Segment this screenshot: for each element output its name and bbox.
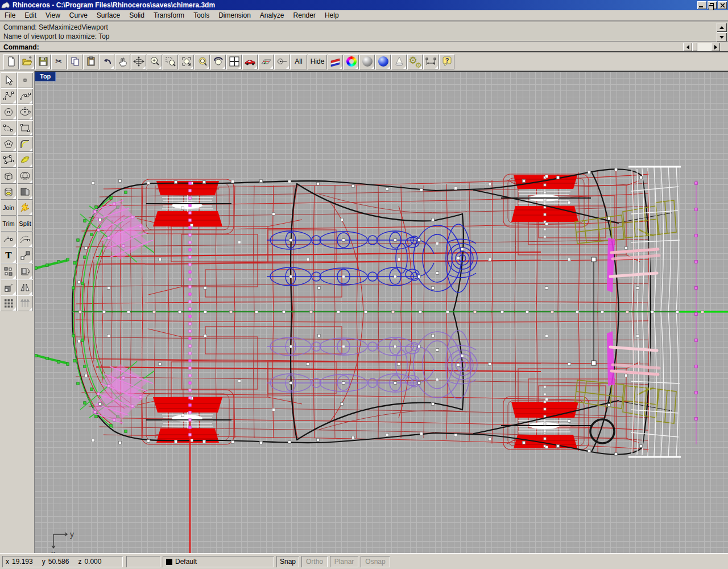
menu-render[interactable]: Render [289,10,320,20]
array-button[interactable] [1,295,16,311]
join-button[interactable]: Join [1,200,16,216]
split-button[interactable]: Split [17,216,33,232]
surface-button[interactable] [1,152,16,168]
command-history: Command: SetMaximizedViewport Name of vi… [0,22,728,42]
rotate-view-button[interactable] [131,54,146,69]
select-button[interactable] [1,72,16,88]
close-button[interactable] [718,1,727,9]
menu-view[interactable]: View [41,10,65,20]
cut-button[interactable]: ✂ [51,54,67,69]
scroll-down-button[interactable] [717,32,727,42]
hide-button[interactable]: Hide [308,54,327,69]
toggle-osnap[interactable]: Osnap [361,556,390,567]
sphere-icon [19,170,31,182]
offset-button[interactable] [17,232,33,248]
surface-points-icon [3,154,14,166]
box-button[interactable] [1,168,16,184]
toggle-ortho[interactable]: Ortho [301,556,328,567]
scrollbar-track[interactable] [697,43,711,51]
help-button[interactable]: ? [439,54,454,69]
minimize-button[interactable] [697,1,706,9]
undo-view-icon [213,56,224,67]
render-preview-button[interactable] [375,54,391,69]
render-button[interactable] [242,54,258,69]
explode-button[interactable] [17,200,33,216]
fillet-button[interactable] [17,136,33,152]
scroll-up-button[interactable] [717,23,727,32]
toggle-planar[interactable]: Planar [330,556,358,567]
menu-surface[interactable]: Surface [92,10,125,20]
save-button[interactable] [35,54,51,69]
zoom-window-button[interactable] [163,54,178,69]
layers-button[interactable] [328,54,343,69]
scroll-right-button[interactable] [711,43,720,51]
rectangle-icon [19,122,31,134]
color-button[interactable] [344,54,359,69]
arc-button[interactable] [1,120,16,136]
move-button[interactable] [17,248,33,263]
new-file-button[interactable] [3,54,19,69]
copy-button[interactable] [67,54,82,69]
dimension-button[interactable] [423,54,439,69]
menu-edit[interactable]: Edit [20,10,41,20]
polyline-button[interactable] [1,88,16,104]
scrollbar-thumb[interactable] [692,43,697,51]
menu-analyze[interactable]: Analyze [255,10,289,20]
shade-button[interactable] [359,54,375,69]
paste-button[interactable] [83,54,98,69]
mirror-button[interactable] [17,279,33,295]
polygon-button[interactable] [1,136,16,152]
zoom-extents-button[interactable] [195,54,210,69]
undo-view-button[interactable] [210,54,226,69]
menu-solid[interactable]: Solid [125,10,149,20]
passenger-figure [267,331,477,399]
cylinder-button[interactable] [1,184,16,200]
viewport-layout-button[interactable] [226,54,242,69]
menu-dimension[interactable]: Dimension [214,10,255,20]
pan-button[interactable] [115,54,130,69]
coord-y-label: y [42,558,46,566]
layer-panel[interactable]: Default [163,556,274,567]
copy-icon [69,56,81,67]
scale-button[interactable] [1,279,16,295]
driver-figure [267,224,477,292]
join-label: Join [3,204,14,211]
radius-button[interactable] [274,54,289,69]
rectangle-button[interactable] [17,120,33,136]
options-button[interactable]: ⚙⚙ [407,54,423,69]
menu-file[interactable]: File [0,10,20,20]
zoom-button[interactable] [147,54,162,69]
trim-button[interactable]: Trim [1,216,16,232]
point-button[interactable] [17,72,33,88]
menu-help[interactable]: Help [320,10,344,20]
menu-tools[interactable]: Tools [189,10,214,20]
sphere-button[interactable] [17,168,33,184]
command-line[interactable]: Command: [0,42,728,52]
scroll-left-button[interactable] [683,43,692,51]
menu-curve[interactable]: Curve [65,10,92,20]
zoom-selected-button[interactable] [179,54,194,69]
circle-button[interactable] [1,104,16,120]
undo-button[interactable] [99,54,114,69]
cplane-button[interactable] [258,54,274,69]
viewport-label[interactable]: Top [35,72,56,81]
text-button[interactable]: T [1,248,16,263]
copy-objects-button[interactable] [1,263,16,279]
extrude-button[interactable] [17,295,33,311]
curve-button[interactable] [17,88,33,104]
clipboard-icon [85,56,97,67]
extend-button[interactable] [1,232,16,248]
offset-curve-icon [19,234,31,245]
patch-button[interactable] [17,152,33,168]
lights-button[interactable] [391,54,407,69]
restore-button[interactable] [708,1,717,9]
split-label: Split [19,220,31,227]
rotate-button[interactable] [17,263,33,279]
open-file-button[interactable] [19,54,35,69]
toggle-snap[interactable]: Snap [276,556,299,567]
select-all-button[interactable]: All [290,54,307,69]
viewport-top[interactable]: Top [35,71,728,553]
block-button[interactable] [17,184,33,200]
menu-transform[interactable]: Transform [149,10,189,20]
ellipse-button[interactable] [17,104,33,120]
